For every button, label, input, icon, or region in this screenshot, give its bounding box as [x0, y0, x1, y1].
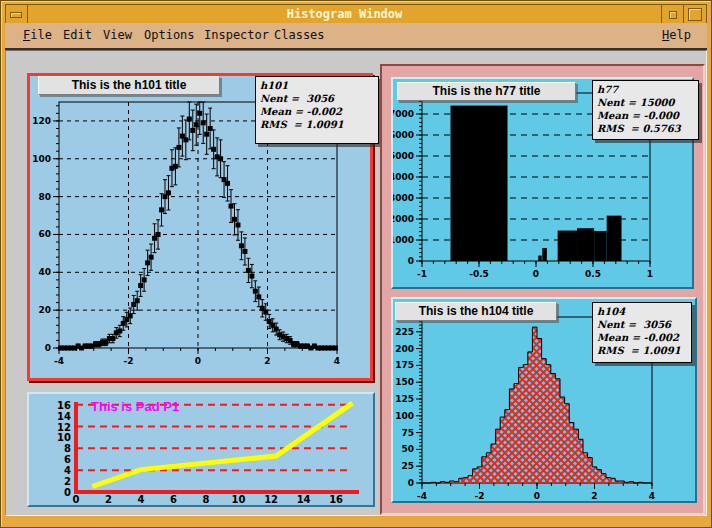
stats-line: h77	[597, 83, 694, 96]
svg-text:6: 6	[170, 494, 177, 505]
stats-line: Nent = 3056	[597, 318, 687, 331]
svg-text:4: 4	[334, 356, 340, 366]
svg-text:5000: 5000	[393, 151, 414, 161]
svg-text:10: 10	[232, 494, 246, 505]
svg-text:120: 120	[32, 116, 51, 126]
p1-pad-title: This is Pad P1	[91, 399, 179, 414]
svg-text:8: 8	[203, 494, 210, 505]
svg-text:60: 60	[38, 229, 51, 239]
svg-text:200: 200	[395, 344, 414, 354]
window-title: Histogram Window	[28, 5, 661, 24]
svg-text:6: 6	[64, 454, 71, 465]
maximize-button[interactable]	[683, 5, 706, 24]
svg-text:0: 0	[64, 487, 71, 498]
stats-line: Mean = -0.002	[597, 331, 687, 344]
svg-text:-4: -4	[54, 356, 64, 366]
svg-text:75: 75	[401, 428, 414, 438]
restore-button[interactable]	[661, 5, 683, 24]
maximize-icon	[688, 8, 702, 21]
p1-plot: 02468101214160246810121416	[29, 394, 373, 505]
stats-line: Nent = 15000	[597, 96, 694, 109]
svg-text:40: 40	[38, 267, 51, 277]
root-canvas[interactable]: 020406080100120-4-2024 This is the h101 …	[5, 50, 707, 516]
svg-text:12: 12	[57, 422, 71, 433]
menu-item-file[interactable]: File	[23, 28, 52, 42]
svg-text:-2: -2	[475, 491, 485, 501]
svg-text:0: 0	[534, 491, 540, 501]
svg-text:4000: 4000	[393, 172, 414, 182]
stats-line: h104	[597, 305, 687, 318]
svg-text:7000: 7000	[393, 109, 414, 119]
svg-text:50: 50	[401, 444, 414, 454]
svg-text:175: 175	[395, 360, 414, 370]
stats-line: RMS = 0.5763	[597, 122, 694, 135]
svg-text:3000: 3000	[393, 193, 414, 203]
svg-text:0: 0	[408, 478, 414, 488]
svg-text:8: 8	[64, 443, 71, 454]
svg-text:2: 2	[264, 356, 270, 366]
histogram-window: Histogram Window File Edit View Options …	[0, 0, 712, 528]
svg-text:0: 0	[73, 494, 80, 505]
svg-text:6000: 6000	[393, 130, 414, 140]
svg-text:4: 4	[138, 494, 145, 505]
svg-text:0: 0	[408, 256, 414, 266]
svg-text:16: 16	[329, 494, 343, 505]
pad-right-container[interactable]: 01000200030004000500060007000-1-0.500.51…	[380, 64, 705, 515]
svg-text:-1: -1	[417, 269, 427, 279]
svg-text:80: 80	[38, 192, 51, 202]
menu-bar: File Edit View Options Inspector Classes…	[5, 23, 707, 50]
menu-item-inspector[interactable]: Inspector	[204, 28, 269, 42]
stats-line: RMS = 1.0091	[597, 344, 687, 357]
stats-line: h101	[260, 79, 374, 92]
svg-text:2: 2	[591, 491, 597, 501]
svg-text:20: 20	[38, 305, 51, 315]
stats-line: RMS = 1.0091	[260, 118, 374, 131]
svg-text:10: 10	[57, 432, 71, 443]
svg-text:1: 1	[647, 269, 653, 279]
svg-text:100: 100	[395, 411, 414, 421]
stats-line: Nent = 3056	[260, 92, 374, 105]
svg-text:2000: 2000	[393, 214, 414, 224]
pad-h101[interactable]: 020406080100120-4-2024 This is the h101 …	[27, 73, 373, 381]
svg-text:0: 0	[533, 269, 539, 279]
svg-text:2: 2	[64, 476, 71, 487]
svg-text:25: 25	[401, 461, 414, 471]
svg-text:14: 14	[297, 494, 311, 505]
svg-text:100: 100	[32, 154, 51, 164]
svg-text:-0.5: -0.5	[469, 269, 489, 279]
stats-line: Mean = -0.002	[260, 105, 374, 118]
svg-text:16: 16	[57, 400, 71, 411]
h101-title-box[interactable]: This is the h101 title	[38, 76, 220, 95]
svg-text:2: 2	[105, 494, 112, 505]
svg-text:14: 14	[57, 411, 71, 422]
svg-text:150: 150	[395, 377, 414, 387]
svg-text:-2: -2	[124, 356, 134, 366]
menu-item-view[interactable]: View	[103, 28, 132, 42]
svg-text:0: 0	[195, 356, 201, 366]
pad-h104[interactable]: 0255075100125150175200225-4-2024 This is…	[391, 297, 697, 503]
svg-text:4: 4	[64, 465, 71, 476]
menu-item-edit[interactable]: Edit	[63, 28, 92, 42]
svg-text:12: 12	[264, 494, 278, 505]
title-bar[interactable]: Histogram Window	[5, 4, 707, 25]
h104-title-box[interactable]: This is the h104 title	[395, 302, 557, 321]
menu-item-classes[interactable]: Classes	[274, 28, 325, 42]
svg-text:0: 0	[45, 343, 51, 353]
h101-stats-box[interactable]: h101Nent = 3056Mean = -0.002RMS = 1.0091	[255, 76, 379, 144]
restore-icon	[669, 11, 677, 19]
svg-text:4: 4	[649, 491, 655, 501]
minimize-button[interactable]	[6, 5, 28, 24]
stats-line: Mean = -0.000	[597, 109, 694, 122]
svg-text:0.5: 0.5	[585, 269, 601, 279]
h77-title-box[interactable]: This is the h77 title	[397, 82, 576, 101]
menu-item-help[interactable]: Help	[662, 28, 691, 42]
svg-text:225: 225	[395, 327, 414, 337]
minimize-icon	[10, 12, 22, 18]
h77-stats-box[interactable]: h77Nent = 15000Mean = -0.000RMS = 0.5763	[592, 80, 699, 140]
menu-item-options[interactable]: Options	[144, 28, 195, 42]
h104-stats-box[interactable]: h104Nent = 3056Mean = -0.002RMS = 1.0091	[592, 302, 692, 363]
pad-p1[interactable]: 02468101214160246810121416 This is Pad P…	[27, 392, 375, 507]
svg-text:-4: -4	[417, 491, 427, 501]
svg-text:1000: 1000	[393, 235, 414, 245]
pad-h77[interactable]: 01000200030004000500060007000-1-0.500.51…	[391, 77, 694, 289]
